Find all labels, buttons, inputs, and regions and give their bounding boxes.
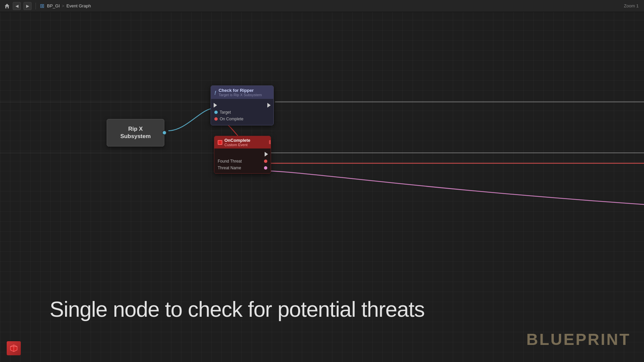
breadcrumb-bp[interactable]: BP_GI [47, 3, 60, 8]
topbar: ◀ ▶ ⊞ BP_GI > Event Graph Zoom 1 [0, 0, 644, 12]
oncomplete-header-icon [218, 140, 222, 145]
oncomplete-right-pin[interactable] [269, 140, 271, 144]
breadcrumb-separator: > [62, 3, 64, 8]
target-pin-row: Target [211, 109, 273, 116]
exec-pin-out[interactable] [267, 103, 271, 108]
on-complete-pin-label: On Complete [220, 117, 244, 121]
oncomplete-exec-row [214, 150, 271, 158]
oncomplete-title: OnComplete [224, 138, 250, 143]
node-check-header: ƒ Check for Ripper Target is Rip X Subsy… [211, 86, 273, 99]
found-threat-row: Found Threat [214, 158, 271, 165]
svg-marker-0 [5, 4, 9, 8]
breadcrumb: BP_GI > Event Graph [47, 3, 91, 8]
node-check-subtitle: Target is Rip X Subsystem [219, 93, 262, 97]
forward-button[interactable]: ▶ [23, 2, 32, 10]
on-complete-pin-dot[interactable] [214, 117, 218, 121]
separator [36, 3, 36, 9]
watermark-text: BLUEPRINT [526, 330, 631, 349]
h-line-bottom [0, 153, 644, 153]
threat-name-pin[interactable] [264, 166, 267, 170]
node-oncomplete[interactable]: OnComplete Custom Event Found Threat Thr… [214, 136, 271, 174]
function-icon: ƒ [214, 90, 217, 95]
found-threat-label: Found Threat [218, 159, 242, 164]
oncomplete-exec-spacer [217, 153, 220, 156]
zoom-label: Zoom 1 [624, 3, 639, 8]
bottom-caption: Single node to check for potential threa… [50, 297, 425, 322]
node-rip-label: Rip X Subsystem [112, 125, 159, 140]
exec-pin-in[interactable] [214, 103, 217, 108]
node-check-body: Target On Complete [211, 99, 273, 125]
h-line-top [0, 102, 644, 102]
oncomplete-exec-out[interactable] [265, 152, 268, 157]
node-rip-output-pin[interactable] [162, 130, 167, 135]
exec-row [211, 102, 273, 109]
target-pin-label: Target [220, 110, 231, 115]
node-check-for-ripper[interactable]: ƒ Check for Ripper Target is Rip X Subsy… [211, 85, 274, 125]
node-oncomplete-body: Found Threat Threat Name [214, 148, 271, 173]
corner-cube-icon [7, 341, 21, 355]
breadcrumb-eventgraph[interactable]: Event Graph [66, 3, 91, 8]
target-pin-dot[interactable] [214, 111, 218, 114]
cube-shape [7, 341, 21, 355]
node-check-title: Check for Ripper [219, 88, 262, 93]
node-rip-subsystem[interactable]: Rip X Subsystem [107, 119, 164, 146]
threat-name-label: Threat Name [218, 166, 241, 170]
threat-name-row: Threat Name [214, 165, 271, 171]
on-complete-pin-row: On Complete [211, 116, 273, 122]
node-oncomplete-header: OnComplete Custom Event [214, 136, 271, 148]
blueprint-grid-icon: ⊞ [40, 3, 44, 9]
back-button[interactable]: ◀ [13, 2, 21, 10]
home-icon[interactable] [4, 3, 10, 9]
found-threat-pin[interactable] [264, 160, 267, 163]
oncomplete-subtitle: Custom Event [224, 143, 250, 147]
